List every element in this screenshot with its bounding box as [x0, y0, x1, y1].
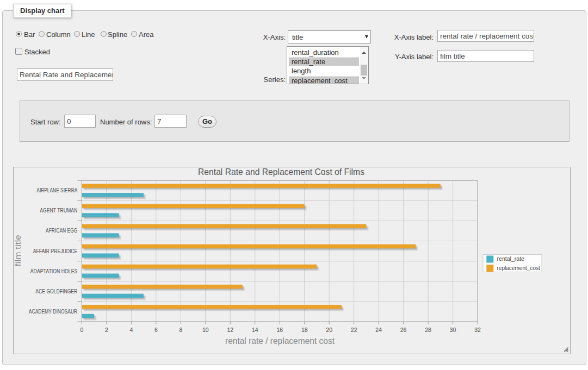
svg-text:replacement_cost: replacement_cost — [497, 265, 540, 271]
svg-text:ADAPTATION HOLES: ADAPTATION HOLES — [30, 268, 78, 274]
svg-text:32: 32 — [474, 327, 481, 333]
svg-text:10: 10 — [202, 327, 209, 333]
svg-text:24: 24 — [375, 327, 382, 333]
svg-text:ACE GOLDFINGER: ACE GOLDFINGER — [35, 289, 77, 294]
svg-text:0: 0 — [80, 327, 83, 333]
svg-text:2: 2 — [105, 327, 108, 333]
svg-text:rental rate / replacement cost: rental rate / replacement cost — [225, 336, 335, 346]
svg-text:30: 30 — [450, 327, 456, 333]
svg-text:4: 4 — [129, 327, 133, 333]
svg-text:20: 20 — [326, 327, 332, 333]
svg-text:Rental Rate and Replacement Co: Rental Rate and Replacement Cost of Film… — [198, 167, 364, 177]
svg-text:AIRPLANE SIERRA: AIRPLANE SIERRA — [36, 187, 77, 193]
svg-text:26: 26 — [400, 327, 407, 333]
svg-text:ACADEMY DINOSAUR: ACADEMY DINOSAUR — [29, 309, 78, 315]
svg-text:28: 28 — [425, 327, 431, 333]
svg-text:12: 12 — [227, 327, 233, 333]
svg-text:6: 6 — [154, 327, 158, 333]
svg-text:8: 8 — [179, 327, 182, 333]
svg-text:18: 18 — [301, 327, 308, 333]
svg-text:16: 16 — [276, 327, 283, 333]
svg-text:AFFAIR PREJUDICE: AFFAIR PREJUDICE — [33, 248, 78, 254]
svg-text:rental_rate: rental_rate — [497, 255, 525, 262]
svg-text:14: 14 — [252, 327, 258, 333]
svg-text:AFRICAN EGG: AFRICAN EGG — [46, 228, 77, 234]
svg-text:22: 22 — [351, 327, 357, 333]
svg-text:AGENT TRUMAN: AGENT TRUMAN — [40, 208, 77, 214]
svg-text:film title: film title — [14, 235, 22, 266]
